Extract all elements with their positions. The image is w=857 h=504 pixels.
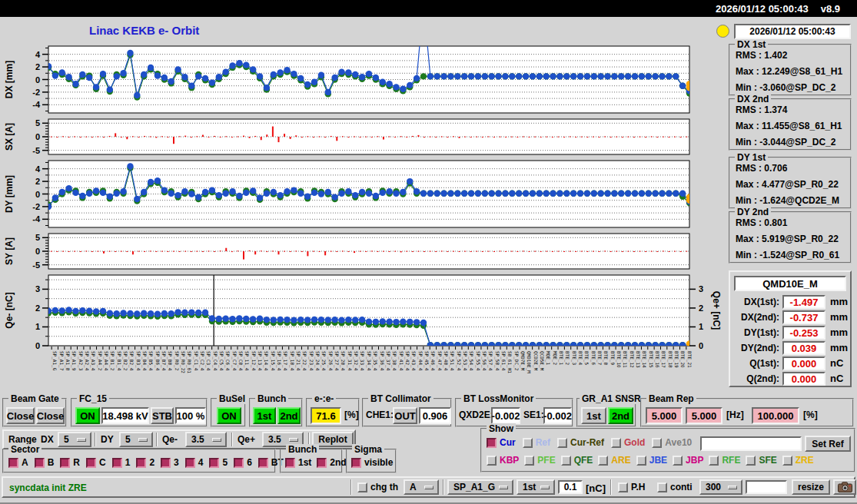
show-toggle-kbp[interactable]: KBP <box>487 455 519 466</box>
checkbox[interactable] <box>652 438 662 448</box>
che1-state-button[interactable]: OUT <box>393 407 417 424</box>
checkbox[interactable] <box>561 456 571 466</box>
chg-th-toggle[interactable]: chg th <box>357 482 398 492</box>
show-toggle-gold[interactable]: Gold <box>611 437 645 448</box>
busel-on-button[interactable]: ON <box>217 407 241 424</box>
svg-text:SP_R0_61: SP_R0_61 <box>186 351 192 373</box>
checkbox[interactable] <box>611 438 621 448</box>
beam-gate-close2-button[interactable]: Close <box>36 407 65 424</box>
show-toggle-are[interactable]: ARE <box>598 455 630 466</box>
svg-text:SP_B1_2: SP_B1_2 <box>109 351 115 371</box>
bunch-toggle-1st[interactable]: 1st <box>285 457 311 468</box>
bunch-1st-button[interactable]: 1st <box>253 407 276 424</box>
show-toggle-jbp[interactable]: JBP <box>673 455 703 466</box>
svg-text:SP_B6_4: SP_B6_4 <box>154 351 161 371</box>
checkbox[interactable] <box>60 458 70 468</box>
sector-toggle-6[interactable]: 6 <box>234 457 252 468</box>
svg-text:SP_43_4: SP_43_4 <box>410 351 417 371</box>
checkbox[interactable] <box>782 456 792 466</box>
sector-toggle-1[interactable]: 1 <box>112 457 131 468</box>
checkbox[interactable] <box>136 458 146 468</box>
show-toggle-sfe[interactable]: SFE <box>746 455 776 466</box>
threshold-input[interactable]: 0.1 <box>558 480 583 494</box>
range-dy-select[interactable]: 5 <box>119 432 153 447</box>
checkbox[interactable] <box>35 458 45 468</box>
statusbar-extra-input[interactable] <box>746 480 787 494</box>
sector-toggle-3[interactable]: 3 <box>161 457 179 468</box>
checkbox[interactable] <box>487 456 497 466</box>
fc15-stb-button[interactable]: STB <box>151 407 174 424</box>
gr-snsr-1st-button[interactable]: 1st <box>581 407 606 424</box>
show-toggle-rfe[interactable]: RFE <box>709 455 740 466</box>
dy2-max: Max : 5.919@SP_R0_22 <box>730 231 850 247</box>
svg-text:SP_45_4: SP_45_4 <box>424 351 430 371</box>
fc15-on-button[interactable]: ON <box>75 407 100 424</box>
svg-text:S8_61_H1: S8_61_H1 <box>507 351 513 373</box>
bunch-2nd-button[interactable]: 2nd <box>277 407 301 424</box>
checkbox[interactable] <box>317 458 327 468</box>
checkbox[interactable] <box>357 482 367 492</box>
sector-toggle-r[interactable]: R <box>60 457 80 468</box>
statusbar-bunch-select[interactable]: 1st <box>517 479 555 495</box>
sector-toggle-c[interactable]: C <box>86 457 106 468</box>
sector-toggle-4[interactable]: 4 <box>185 457 204 468</box>
range-qem-select[interactable]: 3.5 <box>185 432 227 447</box>
range-dx-select[interactable]: 5 <box>58 432 91 447</box>
checkbox[interactable] <box>709 456 719 466</box>
svg-text:SP_41_4: SP_41_4 <box>398 351 404 371</box>
svg-text:SP_A1_G: SP_A1_G <box>51 351 58 371</box>
svg-text:SP_15_4: SP_15_4 <box>270 351 276 371</box>
checkbox[interactable] <box>209 458 219 468</box>
checkbox[interactable] <box>185 458 195 468</box>
show-toggle-jbe[interactable]: JBE <box>636 455 667 466</box>
snapshot-button[interactable] <box>833 479 856 495</box>
show-toggle-qfe[interactable]: QFE <box>561 455 593 466</box>
qe-plot: 32103210Qe- [nC]Qe+ [nC] <box>4 275 722 350</box>
checkbox[interactable] <box>657 482 667 492</box>
points-select[interactable]: 300 <box>699 479 742 495</box>
checkbox[interactable] <box>523 438 533 448</box>
checkbox[interactable] <box>258 458 268 468</box>
sector-toggle-b[interactable]: B <box>35 457 55 468</box>
set-ref-input[interactable] <box>700 436 802 451</box>
checkbox[interactable] <box>524 456 534 466</box>
checkbox[interactable] <box>618 482 628 492</box>
checkbox[interactable] <box>234 458 244 468</box>
show-row1: CurRefCur-RefGoldAve10 <box>487 437 692 448</box>
sector-toggle-a[interactable]: A <box>8 457 28 468</box>
set-ref-button[interactable]: Set Ref <box>805 436 851 452</box>
svg-text:SP_14_4: SP_14_4 <box>263 351 269 371</box>
show-toggle-zre[interactable]: ZRE <box>782 455 814 466</box>
checkbox[interactable] <box>351 458 361 468</box>
sector-toggle-2[interactable]: 2 <box>136 457 154 468</box>
show-toggle-curref[interactable]: Cur-Ref <box>557 437 604 448</box>
bpm-select[interactable]: SP_A1_G <box>447 479 513 495</box>
checkbox[interactable] <box>598 456 608 466</box>
show-toggle-pfe[interactable]: PFE <box>524 455 555 466</box>
bunch-toggle-2nd[interactable]: 2nd <box>317 457 346 468</box>
checkbox[interactable] <box>285 458 295 468</box>
show-toggle-ave10[interactable]: Ave10 <box>652 437 692 448</box>
checkbox[interactable] <box>8 458 18 468</box>
checkbox[interactable] <box>161 458 171 468</box>
svg-text:SP_11_4: SP_11_4 <box>244 351 250 371</box>
checkbox[interactable] <box>557 438 567 448</box>
beam-gate-close1-button[interactable]: Close <box>6 407 35 424</box>
conti-toggle[interactable]: conti <box>657 482 693 492</box>
checkbox[interactable] <box>673 456 683 466</box>
ee-ratio-legend: e-:e- <box>312 393 336 404</box>
sigma-toggle-visible[interactable]: visible <box>351 457 393 468</box>
resize-button[interactable]: resize <box>792 479 830 495</box>
show-toggle-ref[interactable]: Ref <box>523 437 550 448</box>
chg-th-select[interactable]: A <box>404 479 439 495</box>
checkbox[interactable] <box>112 458 122 468</box>
ph-toggle[interactable]: P.H <box>618 482 645 492</box>
checkbox[interactable] <box>487 438 497 448</box>
sector-toggle-5[interactable]: 5 <box>209 457 228 468</box>
show-toggle-cur[interactable]: Cur <box>487 437 516 448</box>
svg-text:-2: -2 <box>32 88 40 97</box>
checkbox[interactable] <box>86 458 96 468</box>
checkbox[interactable] <box>746 456 756 466</box>
checkbox[interactable] <box>636 456 646 466</box>
gr-snsr-2nd-button[interactable]: 2nd <box>608 407 633 424</box>
